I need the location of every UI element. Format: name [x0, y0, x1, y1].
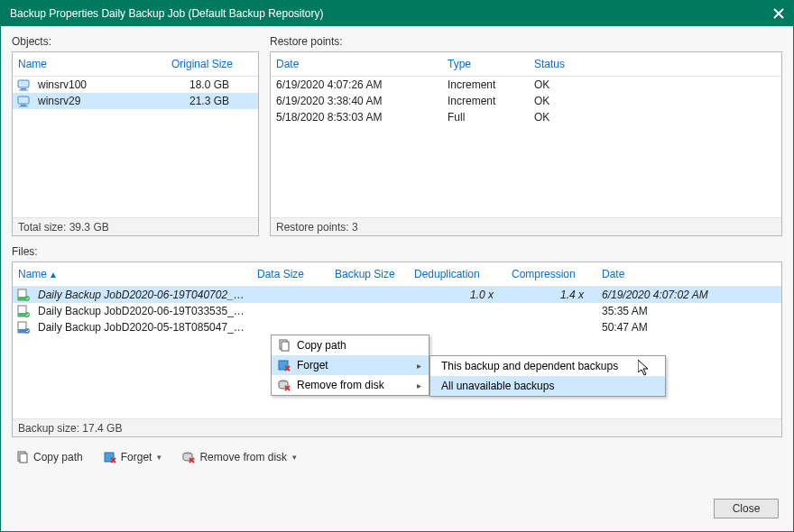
- menu-item-forget[interactable]: Forget▸: [272, 355, 429, 375]
- files-status: Backup size: 17.4 GB: [13, 418, 781, 436]
- objects-header-size[interactable]: Original Size: [157, 56, 238, 72]
- objects-row[interactable]: winsrv10018.0 GB: [13, 77, 258, 93]
- restore-header-status[interactable]: Status: [529, 56, 601, 72]
- file-name: Daily Backup JobD2020-05-18T085047_BE9..…: [32, 321, 252, 334]
- objects-panel: Name Original Size winsrv10018.0 GBwinsr…: [12, 51, 259, 236]
- file-date: 50:47 AM: [596, 321, 759, 334]
- file-date: 6/19/2020 4:07:02 AM: [596, 289, 759, 301]
- object-size: 21.3 GB: [157, 95, 238, 107]
- file-date: 35:35 AM: [596, 305, 759, 317]
- content: Objects: Name Original Size winsrv10018.…: [1, 26, 793, 477]
- backup-file-icon: [16, 304, 31, 318]
- forget-button[interactable]: Forget ▾: [99, 448, 166, 466]
- svg-rect-2: [19, 90, 28, 91]
- restore-header-type[interactable]: Type: [442, 56, 529, 72]
- vm-icon: [16, 78, 31, 92]
- svg-rect-16: [20, 454, 27, 463]
- files-header-data-size[interactable]: Data Size: [252, 266, 329, 282]
- restore-status-cell: OK: [529, 95, 601, 107]
- restore-label: Restore points:: [270, 35, 782, 48]
- remove-from-disk-button[interactable]: Remove from disk ▾: [178, 448, 300, 466]
- objects-header-name[interactable]: Name: [13, 56, 157, 72]
- restore-status-cell: OK: [529, 78, 601, 91]
- svg-rect-4: [21, 105, 26, 106]
- close-button[interactable]: Close: [714, 499, 779, 518]
- close-icon[interactable]: [771, 6, 786, 21]
- files-label: Files:: [12, 245, 782, 258]
- submenu-item-label: All unavailable backups: [434, 380, 658, 392]
- files-row[interactable]: Daily Backup JobD2020-06-19T033535_62D..…: [13, 303, 781, 319]
- svg-rect-5: [19, 106, 28, 107]
- restore-row[interactable]: 6/19/2020 4:07:26 AMIncrementOK: [271, 77, 781, 93]
- restore-type: Full: [442, 111, 529, 124]
- submenu-item[interactable]: This backup and dependent backups: [430, 356, 665, 376]
- menu-item-label: Remove from disk: [293, 379, 404, 391]
- restore-type: Increment: [442, 95, 529, 107]
- file-comp: 1.4 x: [506, 289, 596, 301]
- file-dedup: 1.0 x: [409, 289, 506, 301]
- titlebar: Backup Properties Daily Backup Job (Defa…: [1, 1, 793, 26]
- objects-label: Objects:: [12, 35, 259, 48]
- forget-icon: [275, 358, 293, 372]
- menu-item-remove[interactable]: Remove from disk▸: [272, 375, 429, 395]
- chevron-down-icon: ▾: [292, 453, 297, 462]
- restore-date: 6/19/2020 4:07:26 AM: [271, 78, 442, 91]
- vm-icon: [16, 94, 31, 108]
- files-header-date[interactable]: Date: [596, 266, 759, 282]
- remove-icon: [275, 378, 293, 392]
- restore-status: Restore points: 3: [271, 217, 781, 235]
- svg-point-8: [24, 296, 30, 301]
- svg-rect-1: [21, 88, 26, 90]
- backup-file-icon: [16, 320, 31, 335]
- restore-panel: Date Type Status 6/19/2020 4:07:26 AMInc…: [270, 51, 782, 236]
- objects-status: Total size: 39.3 GB: [13, 217, 258, 235]
- restore-header-date[interactable]: Date: [271, 56, 442, 72]
- remove-icon: [181, 450, 196, 464]
- object-name: winsrv100: [32, 78, 157, 91]
- restore-date: 6/19/2020 3:38:40 AM: [271, 95, 442, 107]
- object-name: winsrv29: [32, 95, 157, 107]
- files-row[interactable]: Daily Backup JobD2020-05-18T085047_BE9..…: [13, 319, 781, 335]
- files-header-comp[interactable]: Compression: [506, 266, 596, 282]
- menu-item-label: Forget: [293, 359, 404, 371]
- menu-item-label: Copy path: [293, 339, 421, 352]
- backup-file-icon: [16, 288, 31, 302]
- sort-asc-icon: ▲: [49, 270, 58, 280]
- chevron-right-icon: ▸: [417, 361, 421, 371]
- files-row[interactable]: Daily Backup JobD2020-06-19T040702_EF1..…: [13, 287, 781, 303]
- restore-type: Increment: [442, 78, 529, 91]
- svg-rect-3: [18, 96, 29, 104]
- submenu-item-label: This backup and dependent backups: [434, 360, 658, 372]
- dialog-window: Backup Properties Daily Backup Job (Defa…: [0, 0, 794, 532]
- window-title: Backup Properties Daily Backup Job (Defa…: [10, 7, 324, 20]
- forget-icon: [103, 450, 117, 464]
- restore-row[interactable]: 6/19/2020 3:38:40 AMIncrementOK: [271, 93, 781, 109]
- svg-point-14: [24, 328, 30, 334]
- svg-rect-0: [18, 80, 29, 87]
- context-menu: Copy pathForget▸Remove from disk▸: [271, 335, 429, 396]
- toolbar: Copy path Forget ▾ Remove from disk ▾: [12, 448, 782, 466]
- svg-point-11: [24, 312, 30, 317]
- files-header-backup-size[interactable]: Backup Size: [329, 266, 409, 282]
- copy-icon: [275, 338, 293, 353]
- copy-icon: [15, 450, 30, 464]
- submenu-item[interactable]: All unavailable backups: [430, 376, 665, 396]
- files-header-dedup[interactable]: Deduplication: [409, 266, 506, 282]
- menu-item-copy[interactable]: Copy path: [272, 335, 429, 355]
- chevron-right-icon: ▸: [417, 381, 421, 390]
- objects-row[interactable]: winsrv2921.3 GB: [13, 93, 258, 109]
- restore-date: 5/18/2020 8:53:03 AM: [271, 111, 442, 124]
- copy-path-button[interactable]: Copy path: [12, 448, 87, 466]
- restore-row[interactable]: 5/18/2020 8:53:03 AMFullOK: [271, 109, 781, 125]
- file-name: Daily Backup JobD2020-06-19T040702_EF1..…: [32, 289, 252, 301]
- chevron-down-icon: ▾: [157, 453, 162, 462]
- restore-status-cell: OK: [529, 111, 601, 124]
- file-name: Daily Backup JobD2020-06-19T033535_62D..…: [32, 305, 252, 317]
- files-header-name[interactable]: Name▲: [13, 266, 252, 282]
- svg-rect-20: [282, 342, 289, 351]
- context-submenu: This backup and dependent backupsAll una…: [429, 355, 666, 397]
- object-size: 18.0 GB: [157, 78, 238, 91]
